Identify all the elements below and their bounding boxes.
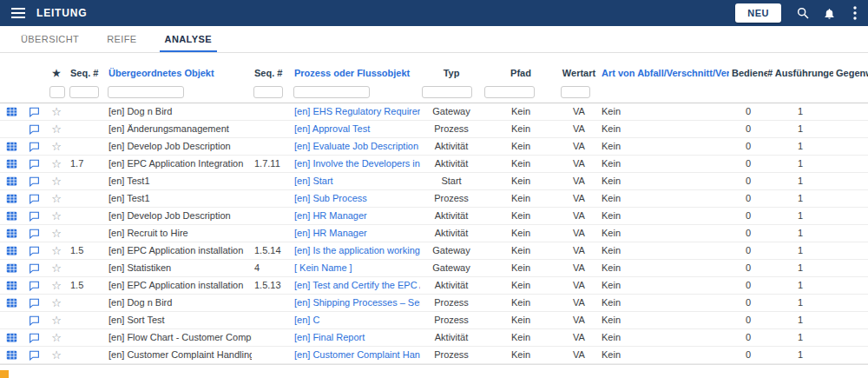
matrix-icon[interactable] xyxy=(6,210,17,222)
table-row[interactable]: ☆1.5[en] EPC Application installation1.5… xyxy=(0,242,868,259)
filter-seq2-input[interactable] xyxy=(253,86,283,98)
process-link[interactable]: [en] Evaluate Job Description xyxy=(294,141,418,151)
comment-icon[interactable] xyxy=(29,123,40,135)
matrix-icon[interactable] xyxy=(6,349,17,361)
col-seq2[interactable]: Seq. # xyxy=(252,64,292,82)
process-link[interactable]: [en] Test and Certify the EPC App... xyxy=(294,280,420,290)
star-icon[interactable]: ☆ xyxy=(51,331,62,344)
filter-process-input[interactable] xyxy=(293,86,370,98)
filter-seq1-input[interactable] xyxy=(69,86,99,98)
filter-pfad-input[interactable] xyxy=(484,86,535,98)
matrix-icon[interactable] xyxy=(6,228,17,239)
col-pfad[interactable]: Pfad xyxy=(483,64,559,82)
table-row[interactable]: ☆[en] Dog n Bird[en] Shipping Processes … xyxy=(0,294,868,311)
table-row[interactable]: ☆[en] Sort Test[en] CProzessKeinVAKein01 xyxy=(0,311,868,328)
process-link[interactable]: [en] Start xyxy=(294,176,333,186)
hamburger-menu-icon[interactable] xyxy=(0,0,36,26)
col-abfall[interactable]: Art von Abfall/Verschnitt/Vergeudung xyxy=(599,64,729,82)
search-icon[interactable] xyxy=(790,0,816,26)
matrix-icon[interactable] xyxy=(6,158,17,169)
col-gegenwaertig[interactable]: Gegenwärtig xyxy=(833,64,868,82)
star-icon[interactable]: ☆ xyxy=(51,348,62,361)
star-icon[interactable]: ☆ xyxy=(51,140,62,153)
table-row[interactable]: ☆[en] Flow Chart - Customer Complaint H.… xyxy=(0,328,868,346)
table-row[interactable]: ☆[en] Test1[en] StartStartKeinVAKein01 xyxy=(0,172,868,189)
star-icon[interactable]: ☆ xyxy=(51,209,62,222)
more-options-kebab-icon[interactable] xyxy=(842,0,868,26)
star-icon[interactable]: ☆ xyxy=(51,105,62,118)
col-favorite[interactable]: ★ xyxy=(45,64,68,82)
table-row[interactable]: ☆[en] Test1[en] Sub ProcessProzessKeinVA… xyxy=(0,189,868,207)
matrix-icon[interactable] xyxy=(6,332,17,343)
comment-icon[interactable] xyxy=(29,141,40,152)
comment-icon[interactable] xyxy=(29,106,40,117)
comment-icon[interactable] xyxy=(29,228,40,239)
star-icon[interactable]: ☆ xyxy=(51,123,62,136)
matrix-icon[interactable] xyxy=(6,245,17,256)
tab-reife[interactable]: REIFE xyxy=(93,26,150,52)
process-link[interactable]: [en] EHS Regulatory Requirement... xyxy=(294,106,420,116)
filter-typ-input[interactable] xyxy=(422,86,472,98)
star-icon[interactable]: ☆ xyxy=(51,192,62,205)
matrix-icon[interactable] xyxy=(6,262,17,274)
comment-icon[interactable] xyxy=(29,158,40,169)
matrix-icon[interactable] xyxy=(6,106,17,117)
horizontal-scrollbar-thumb[interactable] xyxy=(0,370,9,378)
star-icon[interactable]: ☆ xyxy=(51,227,62,240)
comment-icon[interactable] xyxy=(29,210,40,222)
col-seq1[interactable]: Seq. # xyxy=(68,64,106,82)
comment-icon[interactable] xyxy=(29,349,40,361)
process-link[interactable]: [en] Shipping Processes – Send t... xyxy=(294,297,420,308)
new-button[interactable]: NEU xyxy=(735,3,781,23)
comment-icon[interactable] xyxy=(29,193,40,204)
col-process-object[interactable]: Prozess oder Flussobjekt xyxy=(292,64,420,82)
star-icon[interactable]: ☆ xyxy=(51,262,62,275)
table-row[interactable]: ☆[en] Statistiken4[ Kein Name ]GatewayKe… xyxy=(0,259,868,276)
matrix-icon[interactable] xyxy=(6,141,17,152)
star-icon[interactable]: ☆ xyxy=(51,175,62,188)
process-link[interactable]: [en] Involve the Developers in the... xyxy=(294,158,420,169)
col-bediener[interactable]: Bediener xyxy=(729,64,767,82)
col-typ[interactable]: Typ xyxy=(420,64,483,82)
process-link[interactable]: [en] Sub Process xyxy=(294,193,367,203)
col-parent-object[interactable]: Übergeordnetes Objekt xyxy=(106,64,252,82)
table-row[interactable]: ☆[en] Recruit to Hire[en] HR ManagerAkti… xyxy=(0,224,868,242)
filter-wertart-input[interactable] xyxy=(561,86,590,98)
process-link[interactable]: [en] HR Manager xyxy=(294,228,367,238)
comment-icon[interactable] xyxy=(29,280,40,291)
table-row[interactable]: ☆[en] Develop Job Description[en] Evalua… xyxy=(0,137,868,155)
filter-parent-input[interactable] xyxy=(108,86,184,98)
table-row[interactable]: ☆[en] Dog n Bird[en] EHS Regulatory Requ… xyxy=(0,103,868,120)
process-link[interactable]: [en] Approval Test xyxy=(294,123,370,134)
col-wertart[interactable]: Wertart xyxy=(559,64,599,82)
tab-uebersicht[interactable]: ÜBERSICHT xyxy=(7,26,93,52)
matrix-icon[interactable] xyxy=(6,193,17,204)
star-icon[interactable]: ☆ xyxy=(51,279,62,292)
col-ausfuehrungen[interactable]: # Ausführungen xyxy=(767,64,833,82)
table-row[interactable]: ☆[en] Develop Job Description[en] HR Man… xyxy=(0,207,868,224)
comment-icon[interactable] xyxy=(29,245,40,256)
comment-icon[interactable] xyxy=(29,332,40,343)
table-row[interactable]: ☆[en] Änderungsmanagement[en] Approval T… xyxy=(0,120,868,137)
comment-icon[interactable] xyxy=(29,297,40,308)
process-link[interactable]: [en] Is the application working as... xyxy=(294,245,420,255)
table-row[interactable]: ☆[en] Customer Complaint Handling and ..… xyxy=(0,346,868,363)
process-link[interactable]: [en] Customer Complaint Handlin... xyxy=(294,349,420,360)
star-icon[interactable]: ☆ xyxy=(51,244,62,257)
matrix-icon[interactable] xyxy=(6,297,17,308)
process-link[interactable]: [en] C xyxy=(294,315,319,325)
tab-analyse[interactable]: ANALYSE xyxy=(151,26,226,52)
star-icon[interactable]: ☆ xyxy=(51,157,62,170)
comment-icon[interactable] xyxy=(29,262,40,274)
process-link[interactable]: [ Kein Name ] xyxy=(294,262,352,273)
notifications-bell-icon[interactable] xyxy=(816,0,842,26)
table-row[interactable]: ☆1.5[en] EPC Application installation1.5… xyxy=(0,276,868,294)
matrix-icon[interactable] xyxy=(6,280,17,291)
filter-favorite-input[interactable] xyxy=(49,86,65,98)
process-link[interactable]: [en] Final Report xyxy=(294,332,365,342)
star-icon[interactable]: ☆ xyxy=(51,314,62,327)
process-link[interactable]: [en] HR Manager xyxy=(294,210,367,221)
table-row[interactable]: ☆1.7[en] EPC Application Integration1.7.… xyxy=(0,155,868,172)
comment-icon[interactable] xyxy=(29,315,40,326)
matrix-icon[interactable] xyxy=(6,176,17,187)
